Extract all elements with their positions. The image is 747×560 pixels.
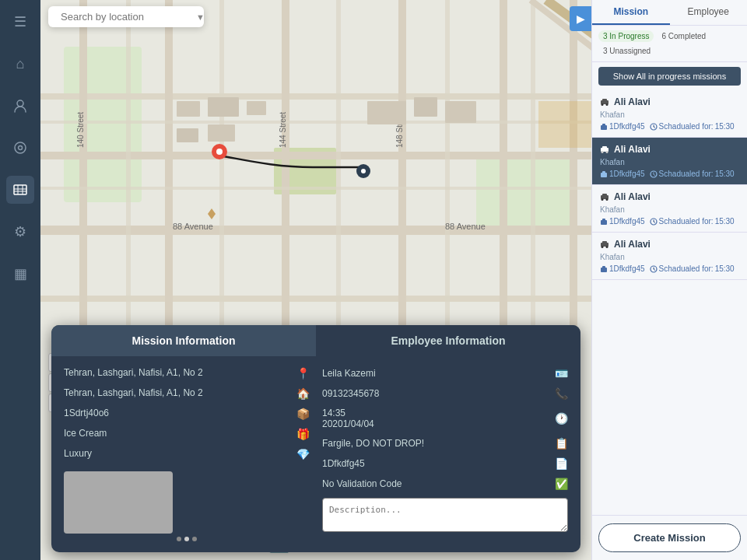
id-card-icon: 🪪: [555, 367, 568, 380]
svg-rect-41: [208, 124, 235, 142]
diamond-icon: 💎: [296, 448, 310, 460]
svg-rect-20: [40, 187, 591, 190]
mission-location-2: Khafan: [600, 158, 739, 166]
svg-rect-45: [538, 101, 591, 148]
user-icon[interactable]: [6, 92, 34, 120]
svg-point-71: [606, 246, 608, 248]
svg-rect-44: [445, 101, 476, 123]
search-bar[interactable]: ▼: [48, 6, 204, 27]
employee-name: Leila Kazemi: [322, 368, 549, 379]
car-icon-2: [600, 145, 609, 154]
panel-toggle-button[interactable]: ▶: [570, 6, 591, 31]
mission-card-2[interactable]: Ali Alavi Khafan 1Dfkdfg45 Schadualed fo…: [592, 138, 747, 185]
package-type: Luxury: [64, 448, 290, 459]
svg-rect-62: [602, 194, 607, 196]
svg-rect-3: [14, 185, 26, 194]
chevron-down-icon: ▼: [196, 12, 205, 22]
map-icon[interactable]: [6, 176, 34, 204]
mission-card-1[interactable]: Ali Alavi Khafan 1Dfkdfg45 Schadualed fo…: [592, 90, 747, 138]
mission-card-3[interactable]: Ali Alavi Khafan 1Dfkdfg45 Schadualed fo…: [592, 185, 747, 233]
dot-1: [177, 537, 181, 541]
validation-row: No Validation Code ✅: [322, 478, 568, 490]
dropoff-row: Tehran, Lashgari, Nafisi, A1, No 2 🏠: [64, 387, 310, 400]
svg-rect-66: [602, 219, 605, 221]
mission-location-1: Khafan: [600, 110, 739, 119]
home-icon[interactable]: ⌂: [6, 50, 34, 78]
mission-card-4[interactable]: Ali Alavi Khafan 1Dfkdfg45 Schadualed fo…: [592, 233, 747, 280]
item-row: Ice Cream 🎁: [64, 428, 310, 440]
svg-rect-73: [602, 266, 605, 268]
mission-image-container: [64, 468, 310, 541]
svg-point-50: [606, 103, 608, 106]
mission-driver-1: Ali Alavi: [614, 96, 651, 107]
note-icon: 📋: [555, 437, 568, 450]
package-type-row: Luxury 💎: [64, 448, 310, 460]
menu-icon[interactable]: ☰: [6, 8, 34, 36]
svg-rect-42: [367, 101, 406, 124]
description-input[interactable]: [322, 498, 568, 532]
mission-driver-2: Ali Alavi: [614, 144, 651, 155]
svg-rect-52: [602, 124, 605, 126]
svg-text:88 Avenue: 88 Avenue: [445, 222, 486, 231]
info-panel: Mission Information Employee Information…: [51, 325, 580, 552]
svg-rect-10: [40, 226, 591, 235]
clock-icon-3: [650, 218, 658, 226]
svg-rect-37: [177, 101, 200, 117]
employee-package-row: 1Dfkdfg45 📄: [322, 457, 568, 470]
clock-icon-4: [650, 265, 658, 273]
svg-rect-7: [476, 156, 570, 233]
map-background[interactable]: 140 Street 144 Street 148 Street 88 Aven…: [40, 0, 591, 560]
right-panel: Mission Employee 3 In Progress 6 Complet…: [591, 0, 747, 560]
svg-point-63: [601, 198, 604, 201]
filters-row: 3 In Progress 6 Completed 3 Unassigned: [592, 26, 747, 62]
filter-in-progress[interactable]: 3 In Progress: [598, 30, 654, 42]
filter-completed[interactable]: 6 Completed: [657, 30, 710, 42]
analytics-icon[interactable]: ▦: [6, 260, 34, 288]
employee-info-section: Leila Kazemi 🪪 09132345678 📞 14:35 20201…: [322, 367, 568, 541]
svg-rect-59: [602, 171, 605, 173]
item-icon: 🎁: [296, 428, 310, 440]
svg-rect-43: [414, 97, 437, 117]
employee-phone: 09132345678: [322, 388, 549, 399]
svg-point-49: [601, 103, 604, 106]
mission-tab[interactable]: Mission Information: [51, 325, 316, 356]
employee-time: 14:35: [322, 408, 374, 418]
panel-tabs: Mission Information Employee Information: [51, 325, 580, 356]
svg-rect-55: [602, 146, 607, 149]
svg-point-64: [606, 198, 608, 201]
svg-text:88 Avenue: 88 Avenue: [173, 222, 213, 231]
dropoff-icon: 🏠: [296, 387, 310, 400]
main-area: ▼ ▶: [40, 0, 591, 560]
svg-rect-48: [602, 99, 607, 101]
show-all-button[interactable]: Show All in progress missions: [598, 67, 741, 86]
pickup-icon: 📍: [296, 367, 310, 380]
tab-mission[interactable]: Mission: [592, 0, 670, 25]
employee-date: 20201/04/04: [322, 418, 374, 429]
employee-tab[interactable]: Employee Information: [316, 325, 580, 356]
employee-note: Fargile, DO NOT DROP!: [322, 438, 549, 449]
clock-icon-1: [650, 123, 658, 131]
svg-point-57: [606, 151, 608, 153]
create-mission-button[interactable]: Create Mission: [598, 523, 741, 552]
mission-list: Ali Alavi Khafan 1Dfkdfg45 Schadualed fo…: [592, 90, 747, 515]
car-icon-3: [600, 192, 609, 201]
tab-employee[interactable]: Employee: [670, 0, 748, 25]
svg-rect-40: [177, 128, 198, 142]
svg-rect-69: [602, 241, 607, 243]
sidebar: ☰ ⌂ ⚙ ▦: [0, 0, 40, 560]
pkg-icon-4: [600, 265, 608, 273]
pkg-icon-1: [600, 123, 608, 131]
employee-note-row: Fargile, DO NOT DROP! 📋: [322, 437, 568, 450]
mission-location-3: Khafan: [600, 205, 739, 214]
panel-body: Tehran, Lashgari, Nafisi, A1, No 2 📍 Teh…: [51, 356, 580, 552]
filter-unassigned[interactable]: 3 Unassigned: [598, 45, 655, 57]
car-icon: [600, 97, 609, 107]
right-panel-tabs: Mission Employee: [592, 0, 747, 26]
svg-point-2: [19, 146, 23, 150]
order-row: 1Sdrtj40o6 📦: [64, 408, 310, 420]
search-input[interactable]: [61, 11, 191, 23]
check-icon: ✅: [555, 478, 568, 490]
mission-driver-3: Ali Alavi: [614, 191, 651, 202]
settings-icon[interactable]: ⚙: [6, 218, 34, 246]
location-icon[interactable]: [6, 134, 34, 162]
